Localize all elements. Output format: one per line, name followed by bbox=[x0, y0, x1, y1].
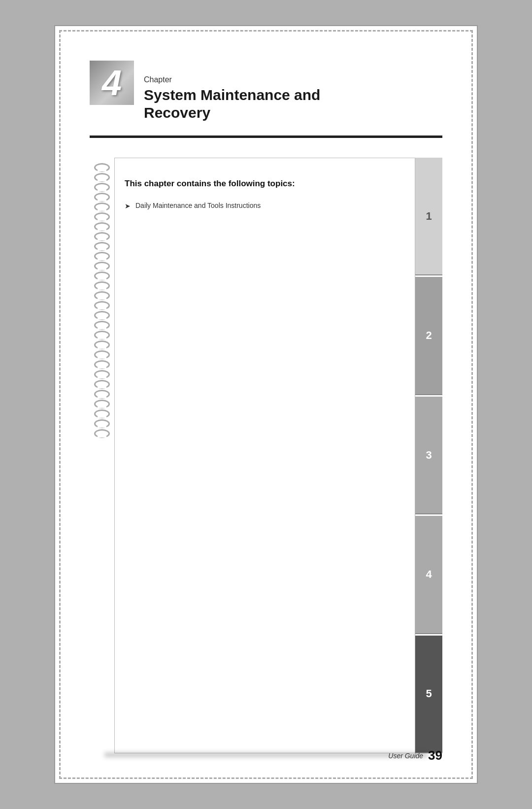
chapter-number: 4 bbox=[102, 65, 122, 101]
spiral-ring bbox=[94, 232, 110, 241]
spiral-ring bbox=[94, 419, 110, 428]
chapter-divider bbox=[90, 135, 442, 138]
spiral-ring bbox=[94, 183, 110, 192]
footer: User Guide 39 bbox=[388, 748, 442, 763]
notebook-page: This chapter contains the following topi… bbox=[114, 158, 415, 753]
spiral-ring bbox=[94, 311, 110, 320]
tab-item-1: 1 bbox=[415, 158, 442, 275]
chapter-number-box: 4 bbox=[90, 61, 134, 105]
spiral-ring bbox=[94, 212, 110, 221]
topic-item: ➤ Daily Maintenance and Tools Instructio… bbox=[125, 202, 400, 210]
spiral-ring bbox=[94, 390, 110, 399]
footer-page-number: 39 bbox=[428, 748, 442, 763]
spiral-ring bbox=[94, 380, 110, 389]
tab-item-4: 4 bbox=[415, 516, 442, 634]
chapter-header: 4 Chapter System Maintenance and Recover… bbox=[90, 61, 442, 122]
tab-item-2: 2 bbox=[415, 277, 442, 395]
spiral-ring bbox=[94, 242, 110, 251]
topic-text: Daily Maintenance and Tools Instructions bbox=[135, 202, 261, 209]
spiral-ring bbox=[94, 340, 110, 349]
spiral-ring bbox=[94, 301, 110, 310]
spiral-ring bbox=[94, 163, 110, 172]
spiral-ring bbox=[94, 222, 110, 231]
spiral-ring bbox=[94, 193, 110, 202]
tab-item-5: 5 bbox=[415, 636, 442, 753]
notebook-intro: This chapter contains the following topi… bbox=[125, 178, 400, 190]
spiral-ring bbox=[94, 400, 110, 408]
spiral-ring bbox=[94, 271, 110, 280]
spiral-ring bbox=[94, 202, 110, 211]
spiral-ring bbox=[94, 360, 110, 369]
tab-item-3: 3 bbox=[415, 397, 442, 514]
topic-arrow-icon: ➤ bbox=[125, 202, 131, 210]
tab-index: 1 2 3 4 5 bbox=[415, 158, 442, 753]
spiral-ring bbox=[94, 350, 110, 359]
spiral-ring bbox=[94, 291, 110, 300]
footer-label: User Guide bbox=[388, 752, 423, 760]
spiral-ring bbox=[94, 281, 110, 290]
spiral-ring bbox=[94, 409, 110, 418]
chapter-label: Chapter bbox=[144, 75, 320, 84]
spiral-binding bbox=[90, 158, 114, 753]
spiral-ring bbox=[94, 262, 110, 270]
spiral-ring bbox=[94, 429, 110, 438]
notebook-shadow bbox=[104, 752, 428, 757]
chapter-title: System Maintenance and Recovery bbox=[144, 86, 320, 122]
spiral-ring bbox=[94, 252, 110, 261]
spiral-ring bbox=[94, 173, 110, 182]
page: 4 Chapter System Maintenance and Recover… bbox=[54, 25, 478, 784]
spiral-ring bbox=[94, 321, 110, 330]
spiral-ring bbox=[94, 331, 110, 339]
spiral-ring bbox=[94, 370, 110, 379]
notebook-container: This chapter contains the following topi… bbox=[90, 158, 442, 753]
chapter-title-block: Chapter System Maintenance and Recovery bbox=[144, 61, 320, 122]
